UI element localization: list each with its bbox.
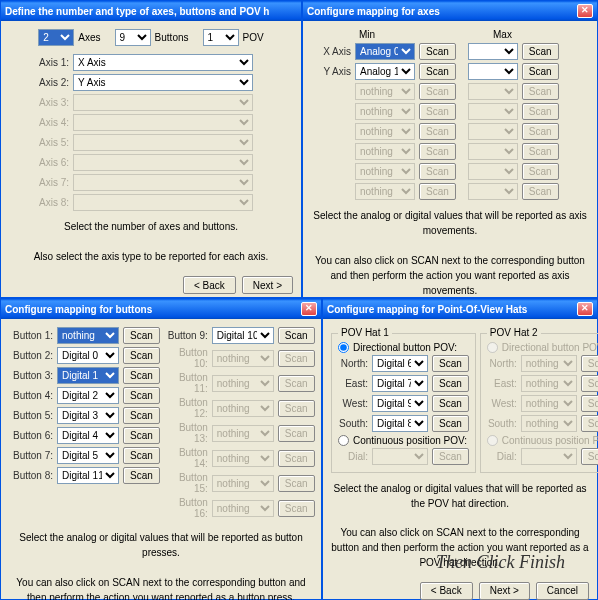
- scan-button: Scan: [581, 355, 598, 372]
- button-map-select[interactable]: Digital 2: [57, 387, 119, 404]
- axis-type-select[interactable]: Y Axis: [73, 74, 253, 91]
- direction-label: North:: [487, 358, 517, 369]
- button-map-select[interactable]: Digital 11: [57, 467, 119, 484]
- direction-label: North:: [338, 358, 368, 369]
- scan-button: Scan: [581, 415, 598, 432]
- scan-button: Scan: [419, 83, 456, 100]
- button-label: Button 5:: [9, 410, 53, 421]
- scan-button: Scan: [581, 395, 598, 412]
- scan-button[interactable]: Scan: [419, 43, 456, 60]
- next-button[interactable]: Next >: [242, 276, 293, 294]
- max-select[interactable]: [468, 63, 518, 80]
- max-select: [468, 143, 518, 160]
- max-select[interactable]: [468, 43, 518, 60]
- scan-button[interactable]: Scan: [432, 395, 469, 412]
- button-map-select[interactable]: nothing: [57, 327, 119, 344]
- scan-button: Scan: [432, 448, 469, 465]
- scan-button[interactable]: Scan: [123, 467, 160, 484]
- scan-button[interactable]: Scan: [123, 347, 160, 364]
- instruction-text: Select the number of axes and buttons. A…: [9, 219, 293, 264]
- cancel-button[interactable]: Cancel: [536, 582, 589, 600]
- directional-radio[interactable]: Directional button POV:: [338, 342, 469, 353]
- max-select: [468, 123, 518, 140]
- min-select: nothing: [355, 163, 415, 180]
- min-select[interactable]: Analog 1: [355, 63, 415, 80]
- dial-select: [521, 448, 577, 465]
- button-map-select[interactable]: Digital 10: [212, 327, 274, 344]
- scan-button[interactable]: Scan: [123, 367, 160, 384]
- direction-label: West:: [487, 398, 517, 409]
- back-button[interactable]: < Back: [183, 276, 236, 294]
- close-icon[interactable]: ✕: [577, 4, 593, 18]
- button-map-select[interactable]: Digital 3: [57, 407, 119, 424]
- direction-select: nothing: [521, 415, 577, 432]
- min-select: nothing: [355, 183, 415, 200]
- direction-select[interactable]: Digital 7: [372, 375, 428, 392]
- direction-label: West:: [338, 398, 368, 409]
- button-label: Button 8:: [9, 470, 53, 481]
- max-select: [468, 183, 518, 200]
- next-button[interactable]: Next >: [479, 582, 530, 600]
- button-map-select[interactable]: Digital 1: [57, 367, 119, 384]
- axis-label: Axis 7:: [9, 177, 69, 188]
- scan-button[interactable]: Scan: [432, 355, 469, 372]
- titlebar: Configure mapping for Point-Of-View Hats…: [323, 299, 597, 319]
- button-label: Button 4:: [9, 390, 53, 401]
- scan-button: Scan: [278, 350, 315, 367]
- axis-label: Axis 2:: [9, 77, 69, 88]
- axis-label: Axis 6:: [9, 157, 69, 168]
- back-button[interactable]: < Back: [420, 582, 473, 600]
- scan-button: Scan: [419, 103, 456, 120]
- continuous-radio: Continuous position POV: [487, 435, 598, 446]
- scan-button[interactable]: Scan: [123, 427, 160, 444]
- scan-button[interactable]: Scan: [432, 375, 469, 392]
- scan-button[interactable]: Scan: [419, 63, 456, 80]
- scan-button[interactable]: Scan: [123, 327, 160, 344]
- pov-count-select[interactable]: 1: [203, 29, 239, 46]
- scan-button[interactable]: Scan: [522, 63, 559, 80]
- button-map-select[interactable]: Digital 4: [57, 427, 119, 444]
- instruction-text: Select the analog or digital values that…: [311, 208, 589, 298]
- max-select: [468, 163, 518, 180]
- axis-label: Y Axis: [311, 66, 351, 77]
- scan-button: Scan: [419, 183, 456, 200]
- pov-hat-1-group: POV Hat 1 Directional button POV: North:…: [331, 333, 476, 473]
- axes-count-select[interactable]: 2: [38, 29, 74, 46]
- counts-row: 2 Axes 9 Buttons 1 POV: [9, 29, 293, 46]
- buttons-count-select[interactable]: 9: [115, 29, 151, 46]
- button-label: Button 10:: [164, 347, 208, 369]
- scan-button[interactable]: Scan: [522, 43, 559, 60]
- axis-label: Axis 5:: [9, 137, 69, 148]
- button-map-select[interactable]: Digital 5: [57, 447, 119, 464]
- button-map-select: nothing: [212, 475, 274, 492]
- title-text: Configure mapping for axes: [307, 6, 440, 17]
- direction-select[interactable]: Digital 8: [372, 415, 428, 432]
- scan-button: Scan: [278, 475, 315, 492]
- scan-button[interactable]: Scan: [278, 327, 315, 344]
- direction-label: South:: [487, 418, 517, 429]
- min-select: nothing: [355, 83, 415, 100]
- axis-type-select[interactable]: X Axis: [73, 54, 253, 71]
- scan-button[interactable]: Scan: [123, 387, 160, 404]
- scan-button[interactable]: Scan: [123, 447, 160, 464]
- direction-label: East:: [487, 378, 517, 389]
- direction-select[interactable]: Digital 9: [372, 395, 428, 412]
- close-icon[interactable]: ✕: [301, 302, 317, 316]
- close-icon[interactable]: ✕: [577, 302, 593, 316]
- scan-button[interactable]: Scan: [123, 407, 160, 424]
- min-select[interactable]: Analog 0: [355, 43, 415, 60]
- title-text: Configure mapping for buttons: [5, 304, 152, 315]
- min-select: nothing: [355, 143, 415, 160]
- scan-button: Scan: [278, 450, 315, 467]
- titlebar: Configure mapping for buttons ✕: [1, 299, 321, 319]
- scan-button[interactable]: Scan: [432, 415, 469, 432]
- direction-select[interactable]: Digital 6: [372, 355, 428, 372]
- title-text: Configure mapping for Point-Of-View Hats: [327, 304, 527, 315]
- max-header: Max: [493, 29, 512, 40]
- axis-type-select: [73, 194, 253, 211]
- min-header: Min: [359, 29, 445, 40]
- scan-button: Scan: [522, 183, 559, 200]
- button-map-select: nothing: [212, 350, 274, 367]
- button-map-select[interactable]: Digital 0: [57, 347, 119, 364]
- continuous-radio[interactable]: Continuous position POV:: [338, 435, 469, 446]
